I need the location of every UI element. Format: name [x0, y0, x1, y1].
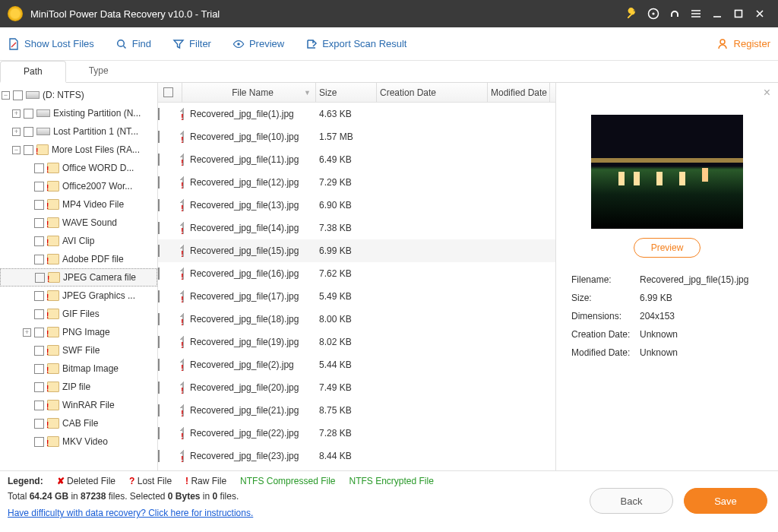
checkbox[interactable]	[34, 309, 44, 319]
checkbox[interactable]	[158, 154, 160, 166]
col-name[interactable]: File Name▼	[182, 83, 316, 102]
checkbox[interactable]	[34, 200, 44, 210]
folder-tree[interactable]: − (D: NTFS) +Existing Partition (N... +L…	[0, 83, 158, 470]
tree-item[interactable]: Bitmap Image	[0, 359, 157, 378]
table-row[interactable]: Recovered_jpg_file(20).jpg7.49 KB	[158, 376, 555, 399]
tree-item[interactable]: WinRAR File	[0, 396, 157, 414]
menu-icon[interactable]	[685, 3, 707, 24]
collapse-icon[interactable]: −	[12, 146, 21, 154]
minimize-icon[interactable]	[707, 3, 728, 24]
show-lost-files-button[interactable]: Show Lost Files	[8, 38, 94, 50]
col-size[interactable]: Size	[316, 83, 377, 102]
headset-icon[interactable]	[664, 3, 685, 24]
checkbox[interactable]	[34, 382, 44, 392]
checkbox[interactable]	[158, 404, 160, 416]
checkbox[interactable]	[158, 245, 160, 257]
tab-type[interactable]: Type	[66, 61, 131, 82]
checkbox[interactable]	[34, 346, 44, 356]
expand-icon[interactable]: +	[12, 109, 21, 118]
open-preview-button[interactable]: Preview	[634, 238, 701, 258]
tree-item[interactable]: Adobe PDF file	[0, 250, 157, 268]
checkbox[interactable]	[158, 199, 160, 211]
tree-item[interactable]: Office WORD D...	[0, 159, 157, 177]
register-button[interactable]: Register	[717, 38, 770, 50]
table-row[interactable]: Recovered_jpg_file(10).jpg1.57 MB	[158, 125, 555, 148]
checkbox[interactable]	[158, 131, 160, 143]
checkbox[interactable]	[34, 401, 44, 410]
save-button[interactable]: Save	[684, 488, 767, 514]
checkbox[interactable]	[24, 109, 33, 119]
checkbox[interactable]	[34, 437, 44, 447]
checkbox[interactable]	[158, 290, 160, 302]
maximize-icon[interactable]	[728, 3, 749, 24]
checkbox[interactable]	[158, 450, 160, 462]
close-preview-button[interactable]: ×	[764, 86, 770, 100]
collapse-icon[interactable]: −	[2, 91, 10, 100]
table-row[interactable]: Recovered_jpg_file(13).jpg6.90 KB	[158, 194, 555, 217]
disc-icon[interactable]	[643, 3, 664, 24]
checkbox[interactable]	[158, 108, 160, 120]
checkbox[interactable]	[34, 291, 44, 301]
tree-item[interactable]: +PNG Image	[0, 323, 157, 341]
tree-item-selected[interactable]: JPEG Camera file	[0, 268, 157, 287]
preview-button[interactable]: Preview	[232, 38, 284, 50]
table-row[interactable]: Recovered_jpg_file(16).jpg7.62 KB	[158, 262, 555, 285]
expand-icon[interactable]: +	[12, 128, 21, 136]
checkbox[interactable]	[158, 222, 160, 234]
table-row[interactable]: Recovered_jpg_file(19).jpg8.02 KB	[158, 331, 555, 353]
table-row[interactable]: Recovered_jpg_file(23).jpg8.44 KB	[158, 445, 555, 467]
checkbox[interactable]	[34, 218, 44, 228]
tree-item[interactable]: CAB File	[0, 414, 157, 432]
checkbox-all[interactable]	[163, 87, 173, 97]
table-row[interactable]: Recovered_jpg_file(11).jpg6.49 KB	[158, 148, 555, 171]
checkbox[interactable]	[13, 90, 23, 100]
checkbox[interactable]	[34, 364, 44, 374]
table-row[interactable]: Recovered_jpg_file(22).jpg7.28 KB	[158, 422, 555, 445]
grid-body[interactable]: Recovered_jpg_file(1).jpg4.63 KBRecovere…	[158, 103, 555, 470]
checkbox[interactable]	[158, 268, 160, 280]
back-button[interactable]: Back	[590, 488, 673, 514]
tree-item[interactable]: SWF File	[0, 341, 157, 359]
tree-item[interactable]: MP4 Video File	[0, 195, 157, 214]
tree-item[interactable]: AVI Clip	[0, 232, 157, 250]
tab-path[interactable]: Path	[0, 61, 66, 83]
tree-item[interactable]: WAVE Sound	[0, 214, 157, 232]
table-row[interactable]: Recovered_jpg_file(2).jpg5.44 KB	[158, 353, 555, 376]
tree-item[interactable]: ZIP file	[0, 378, 157, 396]
help-link[interactable]: Have difficulty with data recovery? Clic…	[8, 508, 253, 518]
checkbox[interactable]	[158, 336, 160, 348]
table-row[interactable]: Recovered_jpg_file(15).jpg6.99 KB	[158, 239, 555, 262]
close-icon[interactable]	[749, 3, 770, 24]
checkbox[interactable]	[34, 255, 44, 264]
checkbox[interactable]	[158, 359, 160, 371]
tree-item[interactable]: +Existing Partition (N...	[0, 104, 157, 122]
checkbox[interactable]	[34, 163, 44, 173]
find-button[interactable]: Find	[115, 38, 151, 50]
tree-item[interactable]: Office2007 Wor...	[0, 177, 157, 195]
tree-item[interactable]: −More Lost Files (RA...	[0, 141, 157, 159]
tree-item[interactable]: GIF Files	[0, 305, 157, 323]
checkbox[interactable]	[158, 382, 160, 394]
checkbox[interactable]	[34, 419, 44, 429]
col-creation-date[interactable]: Creation Date	[377, 83, 488, 102]
expand-icon[interactable]: +	[23, 328, 31, 337]
table-row[interactable]: Recovered_jpg_file(17).jpg5.49 KB	[158, 285, 555, 308]
checkbox[interactable]	[34, 328, 44, 337]
col-modified-date[interactable]: Modified Date	[488, 83, 550, 102]
checkbox[interactable]	[158, 176, 160, 188]
checkbox[interactable]	[34, 182, 44, 192]
table-row[interactable]: Recovered_jpg_file(1).jpg4.63 KB	[158, 103, 555, 125]
filter-button[interactable]: Filter	[172, 38, 211, 50]
tree-item[interactable]: JPEG Graphics ...	[0, 287, 157, 305]
tree-item[interactable]: MKV Video	[0, 432, 157, 451]
export-button[interactable]: Export Scan Result	[305, 38, 406, 50]
checkbox[interactable]	[158, 313, 160, 325]
table-row[interactable]: Recovered_jpg_file(21).jpg8.75 KB	[158, 399, 555, 422]
checkbox[interactable]	[35, 273, 45, 283]
key-icon[interactable]	[621, 3, 643, 24]
checkbox[interactable]	[34, 236, 44, 246]
checkbox[interactable]	[158, 427, 160, 439]
tree-root[interactable]: − (D: NTFS)	[0, 86, 157, 104]
checkbox[interactable]	[24, 127, 33, 137]
table-row[interactable]: Recovered_jpg_file(18).jpg8.00 KB	[158, 308, 555, 331]
